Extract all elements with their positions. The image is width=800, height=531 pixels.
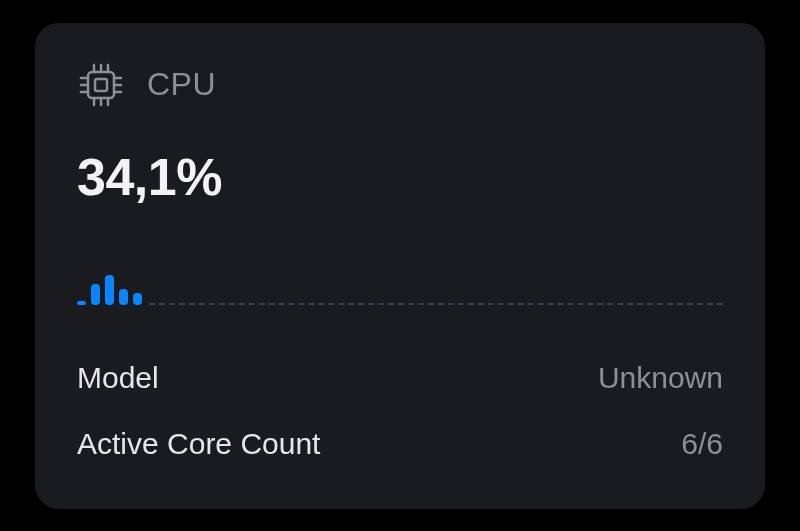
cores-value: 6/6 [681, 427, 723, 461]
cpu-card: CPU 34,1% Model Unknown Active Core Coun… [35, 23, 765, 509]
cpu-usage-sparkline [77, 271, 723, 305]
card-header: CPU [77, 61, 723, 109]
chart-baseline [149, 303, 723, 305]
sparkline-bar [105, 275, 114, 305]
cores-label: Active Core Count [77, 427, 320, 461]
info-row-cores: Active Core Count 6/6 [77, 411, 723, 477]
svg-rect-0 [88, 72, 114, 98]
cpu-usage-percent: 34,1% [77, 147, 723, 207]
sparkline-bar [133, 293, 142, 304]
sparkline-bar [91, 284, 100, 305]
svg-rect-1 [95, 79, 107, 91]
sparkline-bar [77, 301, 86, 305]
info-row-model: Model Unknown [77, 345, 723, 411]
card-title: CPU [147, 66, 216, 103]
model-value: Unknown [598, 361, 723, 395]
cpu-icon [77, 61, 125, 109]
model-label: Model [77, 361, 159, 395]
sparkline-bar [119, 289, 128, 304]
